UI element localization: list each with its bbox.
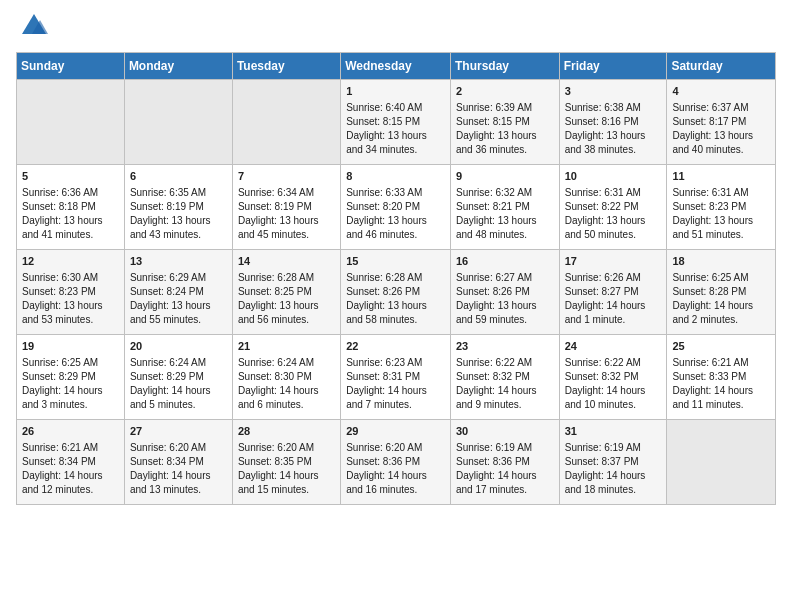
- day-number: 31: [565, 424, 662, 439]
- calendar-cell: 10Sunrise: 6:31 AMSunset: 8:22 PMDayligh…: [559, 165, 667, 250]
- column-header-monday: Monday: [124, 53, 232, 80]
- day-info: Sunrise: 6:35 AM: [130, 186, 227, 200]
- day-info: Daylight: 13 hours and 50 minutes.: [565, 214, 662, 242]
- day-info: Sunrise: 6:19 AM: [565, 441, 662, 455]
- calendar-cell: 25Sunrise: 6:21 AMSunset: 8:33 PMDayligh…: [667, 335, 776, 420]
- logo: [16, 16, 48, 40]
- calendar-cell: 14Sunrise: 6:28 AMSunset: 8:25 PMDayligh…: [232, 250, 340, 335]
- day-info: Sunrise: 6:24 AM: [238, 356, 335, 370]
- day-info: Sunrise: 6:25 AM: [672, 271, 770, 285]
- calendar-cell: 18Sunrise: 6:25 AMSunset: 8:28 PMDayligh…: [667, 250, 776, 335]
- day-number: 2: [456, 84, 554, 99]
- day-info: Daylight: 13 hours and 36 minutes.: [456, 129, 554, 157]
- day-info: Sunrise: 6:24 AM: [130, 356, 227, 370]
- day-number: 16: [456, 254, 554, 269]
- day-number: 24: [565, 339, 662, 354]
- day-info: Sunset: 8:34 PM: [130, 455, 227, 469]
- calendar-week-row: 19Sunrise: 6:25 AMSunset: 8:29 PMDayligh…: [17, 335, 776, 420]
- day-info: Daylight: 14 hours and 2 minutes.: [672, 299, 770, 327]
- day-number: 12: [22, 254, 119, 269]
- day-info: Sunset: 8:37 PM: [565, 455, 662, 469]
- calendar-cell: 22Sunrise: 6:23 AMSunset: 8:31 PMDayligh…: [341, 335, 451, 420]
- day-info: Sunrise: 6:20 AM: [130, 441, 227, 455]
- day-info: Daylight: 13 hours and 51 minutes.: [672, 214, 770, 242]
- logo-icon: [20, 12, 48, 40]
- day-info: Sunset: 8:24 PM: [130, 285, 227, 299]
- day-info: Daylight: 13 hours and 58 minutes.: [346, 299, 445, 327]
- day-info: Sunset: 8:30 PM: [238, 370, 335, 384]
- calendar-cell: 23Sunrise: 6:22 AMSunset: 8:32 PMDayligh…: [450, 335, 559, 420]
- day-info: Daylight: 14 hours and 18 minutes.: [565, 469, 662, 497]
- day-info: Sunset: 8:28 PM: [672, 285, 770, 299]
- day-number: 27: [130, 424, 227, 439]
- day-info: Sunset: 8:20 PM: [346, 200, 445, 214]
- day-info: Daylight: 13 hours and 55 minutes.: [130, 299, 227, 327]
- day-info: Sunset: 8:23 PM: [22, 285, 119, 299]
- day-info: Daylight: 14 hours and 12 minutes.: [22, 469, 119, 497]
- day-info: Sunrise: 6:37 AM: [672, 101, 770, 115]
- day-info: Daylight: 13 hours and 56 minutes.: [238, 299, 335, 327]
- day-info: Daylight: 13 hours and 46 minutes.: [346, 214, 445, 242]
- day-number: 29: [346, 424, 445, 439]
- day-info: Sunset: 8:27 PM: [565, 285, 662, 299]
- calendar-cell: 28Sunrise: 6:20 AMSunset: 8:35 PMDayligh…: [232, 420, 340, 505]
- day-number: 6: [130, 169, 227, 184]
- day-info: Sunset: 8:22 PM: [565, 200, 662, 214]
- calendar-cell: 4Sunrise: 6:37 AMSunset: 8:17 PMDaylight…: [667, 80, 776, 165]
- day-number: 17: [565, 254, 662, 269]
- day-info: Sunrise: 6:34 AM: [238, 186, 335, 200]
- day-info: Sunrise: 6:23 AM: [346, 356, 445, 370]
- calendar-cell: 1Sunrise: 6:40 AMSunset: 8:15 PMDaylight…: [341, 80, 451, 165]
- day-info: Sunset: 8:16 PM: [565, 115, 662, 129]
- page-header: [16, 16, 776, 40]
- day-info: Sunset: 8:36 PM: [456, 455, 554, 469]
- calendar-cell: [232, 80, 340, 165]
- day-info: Sunrise: 6:21 AM: [672, 356, 770, 370]
- day-number: 13: [130, 254, 227, 269]
- day-info: Sunset: 8:29 PM: [22, 370, 119, 384]
- day-info: Sunset: 8:32 PM: [565, 370, 662, 384]
- calendar-week-row: 12Sunrise: 6:30 AMSunset: 8:23 PMDayligh…: [17, 250, 776, 335]
- day-number: 9: [456, 169, 554, 184]
- day-number: 1: [346, 84, 445, 99]
- column-header-thursday: Thursday: [450, 53, 559, 80]
- day-info: Sunset: 8:25 PM: [238, 285, 335, 299]
- calendar-cell: 13Sunrise: 6:29 AMSunset: 8:24 PMDayligh…: [124, 250, 232, 335]
- calendar-week-row: 5Sunrise: 6:36 AMSunset: 8:18 PMDaylight…: [17, 165, 776, 250]
- day-info: Sunrise: 6:20 AM: [238, 441, 335, 455]
- day-info: Daylight: 14 hours and 13 minutes.: [130, 469, 227, 497]
- calendar-week-row: 26Sunrise: 6:21 AMSunset: 8:34 PMDayligh…: [17, 420, 776, 505]
- calendar-cell: 16Sunrise: 6:27 AMSunset: 8:26 PMDayligh…: [450, 250, 559, 335]
- day-info: Sunrise: 6:30 AM: [22, 271, 119, 285]
- column-header-sunday: Sunday: [17, 53, 125, 80]
- day-info: Daylight: 14 hours and 1 minute.: [565, 299, 662, 327]
- day-number: 25: [672, 339, 770, 354]
- day-number: 7: [238, 169, 335, 184]
- day-info: Daylight: 14 hours and 15 minutes.: [238, 469, 335, 497]
- day-info: Sunrise: 6:21 AM: [22, 441, 119, 455]
- day-info: Daylight: 14 hours and 3 minutes.: [22, 384, 119, 412]
- day-info: Sunrise: 6:27 AM: [456, 271, 554, 285]
- day-info: Sunrise: 6:32 AM: [456, 186, 554, 200]
- day-info: Sunset: 8:15 PM: [346, 115, 445, 129]
- calendar-cell: 15Sunrise: 6:28 AMSunset: 8:26 PMDayligh…: [341, 250, 451, 335]
- calendar-cell: 29Sunrise: 6:20 AMSunset: 8:36 PMDayligh…: [341, 420, 451, 505]
- day-info: Sunset: 8:26 PM: [456, 285, 554, 299]
- column-header-friday: Friday: [559, 53, 667, 80]
- day-info: Daylight: 13 hours and 34 minutes.: [346, 129, 445, 157]
- calendar-cell: 11Sunrise: 6:31 AMSunset: 8:23 PMDayligh…: [667, 165, 776, 250]
- day-number: 28: [238, 424, 335, 439]
- day-info: Daylight: 14 hours and 6 minutes.: [238, 384, 335, 412]
- day-number: 23: [456, 339, 554, 354]
- day-info: Sunset: 8:35 PM: [238, 455, 335, 469]
- day-info: Sunset: 8:19 PM: [130, 200, 227, 214]
- day-number: 19: [22, 339, 119, 354]
- calendar-cell: [17, 80, 125, 165]
- day-number: 3: [565, 84, 662, 99]
- calendar-cell: 12Sunrise: 6:30 AMSunset: 8:23 PMDayligh…: [17, 250, 125, 335]
- calendar-cell: 19Sunrise: 6:25 AMSunset: 8:29 PMDayligh…: [17, 335, 125, 420]
- day-info: Sunset: 8:36 PM: [346, 455, 445, 469]
- day-info: Sunset: 8:21 PM: [456, 200, 554, 214]
- day-number: 21: [238, 339, 335, 354]
- day-info: Sunrise: 6:29 AM: [130, 271, 227, 285]
